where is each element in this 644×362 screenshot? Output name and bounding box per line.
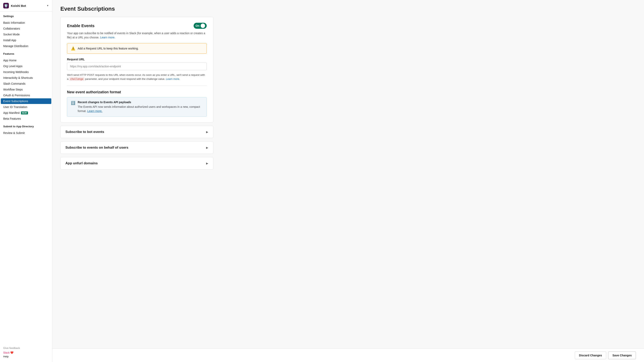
helper-learn-more[interactable]: Learn more. xyxy=(166,77,180,80)
enable-events-toggle[interactable]: On xyxy=(194,23,207,29)
sidebar-item-slash-commands[interactable]: Slash Commands xyxy=(1,81,51,86)
main-content: Event Subscriptions Enable Events On You… xyxy=(52,0,644,362)
warning-icon: ⚠️ xyxy=(71,46,75,51)
app-header[interactable]: 🛡️ Koishi Bot ▼ xyxy=(0,0,52,11)
accordion-1: Subscribe to events on behalf of users▶ xyxy=(60,141,213,154)
enable-events-learn-more[interactable]: Learn more. xyxy=(100,36,115,39)
accordion-2: App unfurl domains▶ xyxy=(60,157,213,170)
app-icon: 🛡️ xyxy=(3,3,9,8)
footer-bar: Discard Changes Save Changes xyxy=(52,349,644,362)
enable-events-title: Enable Events xyxy=(67,23,94,28)
svg-text:🛡️: 🛡️ xyxy=(4,4,8,8)
accordion-arrow-icon-0: ▶ xyxy=(206,130,208,134)
toggle-label: On xyxy=(196,24,200,27)
heart-icon: ❤️ xyxy=(10,351,14,354)
submit-section-title: Submit to App Directory xyxy=(3,125,49,128)
sidebar-item-install-app[interactable]: Install App xyxy=(1,37,51,43)
slack-heart-link[interactable]: Slack ❤️ xyxy=(3,351,49,354)
info-content-text: The Events API now sends information abo… xyxy=(78,105,203,113)
save-changes-button[interactable]: Save Changes xyxy=(608,352,636,359)
sidebar-item-event-subscriptions[interactable]: Event Subscriptions xyxy=(1,98,51,104)
info-content-title: Recent changes to Events API payloads xyxy=(78,100,203,104)
dropdown-arrow-icon: ▼ xyxy=(46,4,49,7)
sidebar-item-oauth-permissions[interactable]: OAuth & Permissions xyxy=(1,92,51,98)
help-link[interactable]: Help xyxy=(3,355,49,358)
accordion-header-2[interactable]: App unfurl domains▶ xyxy=(60,157,213,169)
sidebar-item-app-home[interactable]: App Home xyxy=(1,57,51,63)
sidebar-item-workflow-steps[interactable]: Workflow Steps xyxy=(1,87,51,92)
sidebar-item-incoming-webhooks[interactable]: Incoming Webhooks xyxy=(1,69,51,75)
divider xyxy=(67,85,207,86)
sidebar-item-manage-distribution[interactable]: Manage Distribution xyxy=(1,43,51,49)
toggle-knob xyxy=(201,23,205,28)
submit-nav: Review & Submit xyxy=(0,130,52,136)
enable-events-row: Enable Events On xyxy=(67,23,207,29)
helper-text: We'll send HTTP POST requests to this UR… xyxy=(67,73,207,81)
info-content: Recent changes to Events API payloads Th… xyxy=(78,100,203,113)
sidebar-item-beta-features[interactable]: Beta Features xyxy=(1,116,51,121)
challenge-code: challenge xyxy=(69,77,84,81)
info-box: ℹ️ Recent changes to Events API payloads… xyxy=(67,97,207,117)
accordion-arrow-icon-1: ▶ xyxy=(206,146,208,149)
sidebar-item-app-manifest[interactable]: App ManifestNEW xyxy=(1,110,51,116)
sidebar-item-review-submit[interactable]: Review & Submit xyxy=(1,130,51,136)
accordion-sections: Subscribe to bot events▶Subscribe to eve… xyxy=(60,126,636,170)
toggle-container: On xyxy=(194,23,207,29)
app-name: Koishi Bot xyxy=(11,4,46,7)
discard-changes-button[interactable]: Discard Changes xyxy=(575,352,606,359)
submit-section: Submit to App Directory xyxy=(0,122,52,130)
sidebar-item-org-level-apps[interactable]: Org Level Apps xyxy=(1,63,51,69)
sidebar-item-interactivity-shortcuts[interactable]: Interactivity & Shortcuts xyxy=(1,75,51,81)
settings-section-title: Settings xyxy=(3,15,49,18)
accordion-arrow-icon-2: ▶ xyxy=(206,162,208,165)
new-badge-app-manifest: NEW xyxy=(21,111,28,114)
features-nav: App HomeOrg Level AppsIncoming WebhooksI… xyxy=(0,57,52,122)
settings-section: Settings xyxy=(0,11,52,20)
accordion-title-0: Subscribe to bot events xyxy=(66,130,104,134)
accordion-title-2: App unfurl domains xyxy=(66,161,98,165)
sidebar-item-basic-information[interactable]: Basic Information xyxy=(1,20,51,25)
accordion-header-0[interactable]: Subscribe to bot events▶ xyxy=(60,126,213,138)
features-section-title: Features xyxy=(3,52,49,55)
enable-events-description: Your app can subscribe to be notified of… xyxy=(67,31,207,40)
features-section: Features xyxy=(0,49,52,57)
sidebar-item-collaborators[interactable]: Collaborators xyxy=(1,26,51,31)
accordion-title-1: Subscribe to events on behalf of users xyxy=(66,146,128,150)
info-learn-more[interactable]: Learn more. xyxy=(87,109,102,113)
info-icon: ℹ️ xyxy=(71,101,75,113)
sidebar-item-socket-mode[interactable]: Socket Mode xyxy=(1,31,51,37)
settings-nav: Basic InformationCollaboratorsSocket Mod… xyxy=(0,20,52,49)
new-format-title: New event authorization format xyxy=(67,90,207,94)
accordion-header-1[interactable]: Subscribe to events on behalf of users▶ xyxy=(60,142,213,154)
accordion-0: Subscribe to bot events▶ xyxy=(60,126,213,138)
feedback-link[interactable]: Give feedback xyxy=(3,347,49,350)
request-url-input[interactable] xyxy=(67,62,207,70)
main-card: Enable Events On Your app can subscribe … xyxy=(60,17,213,122)
page-title: Event Subscriptions xyxy=(60,6,636,12)
sidebar: 🛡️ Koishi Bot ▼ Settings Basic Informati… xyxy=(0,0,52,362)
request-url-label: Request URL xyxy=(67,58,207,61)
sidebar-item-user-id-translation[interactable]: User ID Translation xyxy=(1,104,51,110)
warning-text: Add a Request URL to keep this feature w… xyxy=(78,47,139,50)
warning-banner: ⚠️ Add a Request URL to keep this featur… xyxy=(67,43,207,54)
sidebar-footer: Give feedback Slack ❤️ Help xyxy=(0,344,52,358)
